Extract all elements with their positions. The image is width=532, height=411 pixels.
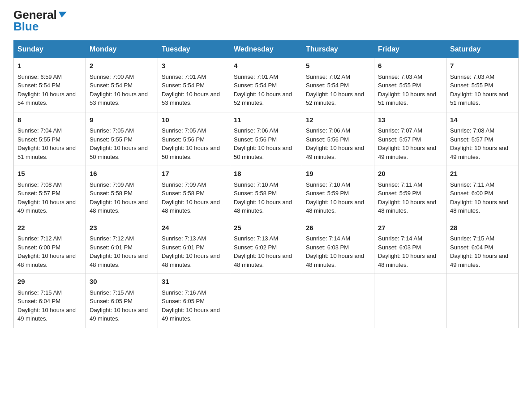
calendar-cell: 13Sunrise: 7:07 AMSunset: 5:57 PMDayligh… (374, 112, 446, 166)
logo-blue: Blue (13, 21, 66, 32)
sunset-text: Sunset: 6:04 PM (17, 298, 60, 304)
weekday-header-friday: Friday (374, 41, 446, 58)
sunrise-text: Sunrise: 7:14 AM (378, 235, 422, 242)
daylight-text: Daylight: 10 hours and 48 minutes. (378, 199, 436, 214)
day-number: 2 (90, 61, 154, 71)
calendar-cell: 29Sunrise: 7:15 AMSunset: 6:04 PMDayligh… (14, 274, 86, 328)
page-header: General Blue (13, 9, 519, 32)
sunrise-text: Sunrise: 7:12 AM (90, 235, 134, 242)
day-number: 20 (378, 169, 442, 179)
daylight-text: Daylight: 10 hours and 49 minutes. (90, 307, 148, 322)
calendar-cell: 30Sunrise: 7:15 AMSunset: 6:05 PMDayligh… (86, 274, 158, 328)
daylight-text: Daylight: 10 hours and 49 minutes. (450, 253, 508, 268)
daylight-text: Daylight: 10 hours and 50 minutes. (162, 145, 220, 160)
sunset-text: Sunset: 5:55 PM (378, 82, 421, 89)
daylight-text: Daylight: 10 hours and 48 minutes. (378, 253, 436, 268)
sunset-text: Sunset: 5:55 PM (17, 136, 60, 143)
daylight-text: Daylight: 10 hours and 49 minutes. (162, 307, 220, 322)
sunset-text: Sunset: 6:05 PM (90, 298, 133, 304)
calendar-cell: 20Sunrise: 7:11 AMSunset: 5:59 PMDayligh… (374, 166, 446, 220)
weekday-header-wednesday: Wednesday (230, 41, 302, 58)
day-number: 18 (234, 169, 298, 179)
sunset-text: Sunset: 5:57 PM (17, 190, 60, 197)
sunset-text: Sunset: 6:01 PM (162, 244, 205, 251)
sunset-text: Sunset: 5:54 PM (90, 82, 133, 89)
sunrise-text: Sunrise: 7:10 AM (234, 181, 278, 188)
calendar-cell: 25Sunrise: 7:13 AMSunset: 6:02 PMDayligh… (230, 220, 302, 274)
calendar-cell: 14Sunrise: 7:08 AMSunset: 5:57 PMDayligh… (446, 112, 519, 166)
sunrise-text: Sunrise: 7:15 AM (90, 289, 134, 296)
day-number: 25 (234, 223, 298, 233)
sunrise-text: Sunrise: 7:01 AM (162, 73, 206, 80)
sunset-text: Sunset: 5:54 PM (234, 82, 277, 89)
sunset-text: Sunset: 5:57 PM (378, 136, 421, 143)
sunrise-text: Sunrise: 7:06 AM (234, 127, 278, 134)
sunrise-text: Sunrise: 6:59 AM (17, 73, 62, 80)
logo: General Blue (13, 9, 66, 32)
daylight-text: Daylight: 10 hours and 53 minutes. (162, 91, 220, 107)
calendar-week-row: 1Sunrise: 6:59 AMSunset: 5:54 PMDaylight… (14, 58, 519, 112)
calendar-week-row: 15Sunrise: 7:08 AMSunset: 5:57 PMDayligh… (14, 166, 519, 220)
sunset-text: Sunset: 5:58 PM (234, 190, 277, 197)
calendar-cell: 27Sunrise: 7:14 AMSunset: 6:03 PMDayligh… (374, 220, 446, 274)
weekday-header-monday: Monday (86, 41, 158, 58)
day-number: 28 (450, 223, 515, 233)
sunset-text: Sunset: 5:58 PM (90, 190, 133, 197)
calendar-cell: 28Sunrise: 7:15 AMSunset: 6:04 PMDayligh… (446, 220, 519, 274)
daylight-text: Daylight: 10 hours and 49 minutes. (306, 145, 364, 160)
calendar-cell: 18Sunrise: 7:10 AMSunset: 5:58 PMDayligh… (230, 166, 302, 220)
sunset-text: Sunset: 5:56 PM (234, 136, 277, 143)
calendar-table: SundayMondayTuesdayWednesdayThursdayFrid… (13, 40, 519, 328)
calendar-cell: 26Sunrise: 7:14 AMSunset: 6:03 PMDayligh… (302, 220, 374, 274)
sunrise-text: Sunrise: 7:13 AM (234, 235, 278, 242)
day-number: 5 (306, 61, 370, 71)
daylight-text: Daylight: 10 hours and 48 minutes. (306, 253, 364, 268)
day-number: 26 (306, 223, 370, 233)
day-number: 7 (450, 61, 515, 71)
sunset-text: Sunset: 5:54 PM (306, 82, 349, 89)
sunset-text: Sunset: 5:57 PM (450, 136, 493, 143)
calendar-cell: 24Sunrise: 7:13 AMSunset: 6:01 PMDayligh… (158, 220, 230, 274)
sunrise-text: Sunrise: 7:09 AM (162, 181, 206, 188)
sunset-text: Sunset: 6:00 PM (450, 190, 493, 197)
day-number: 23 (90, 223, 154, 233)
daylight-text: Daylight: 10 hours and 48 minutes. (17, 253, 76, 268)
calendar-cell: 15Sunrise: 7:08 AMSunset: 5:57 PMDayligh… (14, 166, 86, 220)
calendar-cell (446, 274, 519, 328)
calendar-cell (374, 274, 446, 328)
weekday-header-sunday: Sunday (14, 41, 86, 58)
daylight-text: Daylight: 10 hours and 48 minutes. (162, 253, 220, 268)
sunrise-text: Sunrise: 7:03 AM (378, 73, 422, 80)
calendar-cell: 7Sunrise: 7:03 AMSunset: 5:55 PMDaylight… (446, 58, 519, 112)
sunrise-text: Sunrise: 7:03 AM (450, 73, 494, 80)
day-number: 31 (162, 277, 226, 287)
sunrise-text: Sunrise: 7:09 AM (90, 181, 134, 188)
sunset-text: Sunset: 5:56 PM (306, 136, 349, 143)
sunset-text: Sunset: 5:55 PM (450, 82, 493, 89)
sunset-text: Sunset: 5:59 PM (306, 190, 349, 197)
calendar-cell: 11Sunrise: 7:06 AMSunset: 5:56 PMDayligh… (230, 112, 302, 166)
calendar-cell: 23Sunrise: 7:12 AMSunset: 6:01 PMDayligh… (86, 220, 158, 274)
sunset-text: Sunset: 6:05 PM (162, 298, 205, 304)
daylight-text: Daylight: 10 hours and 50 minutes. (90, 145, 148, 160)
calendar-cell: 9Sunrise: 7:05 AMSunset: 5:55 PMDaylight… (86, 112, 158, 166)
sunrise-text: Sunrise: 7:10 AM (306, 181, 350, 188)
sunset-text: Sunset: 5:59 PM (378, 190, 421, 197)
calendar-cell: 17Sunrise: 7:09 AMSunset: 5:58 PMDayligh… (158, 166, 230, 220)
calendar-week-row: 29Sunrise: 7:15 AMSunset: 6:04 PMDayligh… (14, 274, 519, 328)
daylight-text: Daylight: 10 hours and 48 minutes. (450, 199, 508, 214)
daylight-text: Daylight: 10 hours and 51 minutes. (378, 91, 436, 107)
calendar-cell: 4Sunrise: 7:01 AMSunset: 5:54 PMDaylight… (230, 58, 302, 112)
day-number: 22 (17, 223, 82, 233)
weekday-header-thursday: Thursday (302, 41, 374, 58)
day-number: 17 (162, 169, 226, 179)
daylight-text: Daylight: 10 hours and 48 minutes. (234, 199, 292, 214)
day-number: 12 (306, 115, 370, 125)
sunrise-text: Sunrise: 7:15 AM (17, 289, 62, 296)
day-number: 29 (17, 277, 82, 287)
daylight-text: Daylight: 10 hours and 48 minutes. (90, 253, 148, 268)
daylight-text: Daylight: 10 hours and 52 minutes. (234, 91, 292, 107)
day-number: 8 (17, 115, 82, 125)
calendar-cell: 10Sunrise: 7:05 AMSunset: 5:56 PMDayligh… (158, 112, 230, 166)
weekday-header-tuesday: Tuesday (158, 41, 230, 58)
